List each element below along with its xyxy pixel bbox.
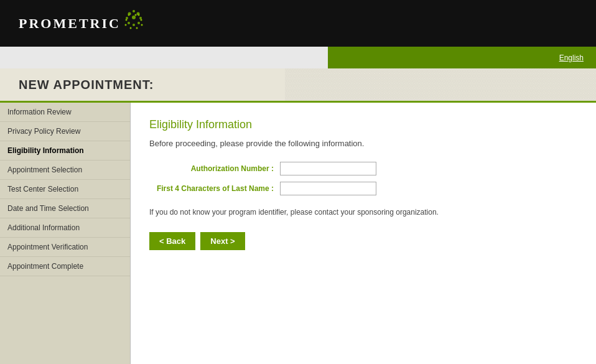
button-group: < Back Next > — [149, 232, 577, 250]
sidebar-item-date-time-selection[interactable]: Date and Time Selection — [0, 199, 130, 218]
svg-point-10 — [138, 14, 140, 16]
sidebar: Information Review Privacy Policy Review… — [0, 103, 131, 364]
last-name-row: First 4 Characters of Last Name : — [149, 182, 577, 195]
next-button[interactable]: Next > — [200, 232, 244, 250]
content-subtitle: Before proceeding, please provide the fo… — [149, 139, 577, 148]
sidebar-item-appointment-selection[interactable]: Appointment Selection — [0, 161, 130, 180]
svg-point-5 — [128, 22, 130, 24]
svg-point-12 — [141, 24, 143, 26]
language-link[interactable]: English — [559, 54, 584, 62]
page-title: NEW APPOINTMENT: — [19, 78, 154, 92]
eligibility-form: Authorization Number : First 4 Character… — [149, 162, 577, 195]
sidebar-item-additional-information[interactable]: Additional Information — [0, 218, 130, 238]
svg-point-0 — [133, 10, 135, 12]
last-name-input[interactable] — [280, 182, 376, 195]
svg-point-11 — [141, 19, 142, 21]
svg-point-9 — [135, 14, 137, 16]
svg-point-8 — [132, 16, 136, 19]
sidebar-item-test-center-selection[interactable]: Test Center Selection — [0, 180, 130, 199]
svg-point-6 — [126, 17, 128, 19]
logo-dots — [118, 6, 149, 37]
svg-point-2 — [139, 17, 142, 19]
sidebar-item-appointment-verification[interactable]: Appointment Verification — [0, 238, 130, 257]
authorization-number-row: Authorization Number : — [149, 162, 577, 175]
last-name-label: First 4 Characters of Last Name : — [149, 184, 280, 193]
main-layout: Information Review Privacy Policy Review… — [0, 103, 596, 364]
svg-point-17 — [128, 14, 130, 16]
green-bar: English — [0, 47, 596, 68]
svg-point-14 — [130, 27, 132, 29]
sidebar-item-appointment-complete[interactable]: Appointment Complete — [0, 257, 130, 276]
back-button[interactable]: < Back — [149, 232, 195, 250]
sidebar-item-information-review[interactable]: Information Review — [0, 103, 130, 122]
sidebar-item-privacy-policy-review[interactable]: Privacy Policy Review — [0, 122, 130, 141]
authorization-number-input[interactable] — [280, 162, 376, 175]
header: PROMETRIC — [0, 0, 596, 47]
map-background — [285, 68, 596, 103]
svg-point-4 — [133, 24, 135, 26]
svg-point-16 — [126, 19, 128, 21]
title-bar: NEW APPOINTMENT: — [0, 68, 596, 103]
svg-point-13 — [136, 27, 138, 29]
svg-point-15 — [125, 24, 127, 26]
authorization-number-label: Authorization Number : — [149, 164, 280, 173]
info-text: If you do not know your program identifi… — [149, 208, 577, 217]
svg-point-3 — [137, 22, 140, 24]
logo: PROMETRIC — [19, 16, 121, 32]
content-area: Eligibility Information Before proceedin… — [131, 103, 596, 364]
sidebar-item-eligibility-information[interactable]: Eligibility Information — [0, 141, 130, 161]
content-title: Eligibility Information — [149, 118, 577, 131]
